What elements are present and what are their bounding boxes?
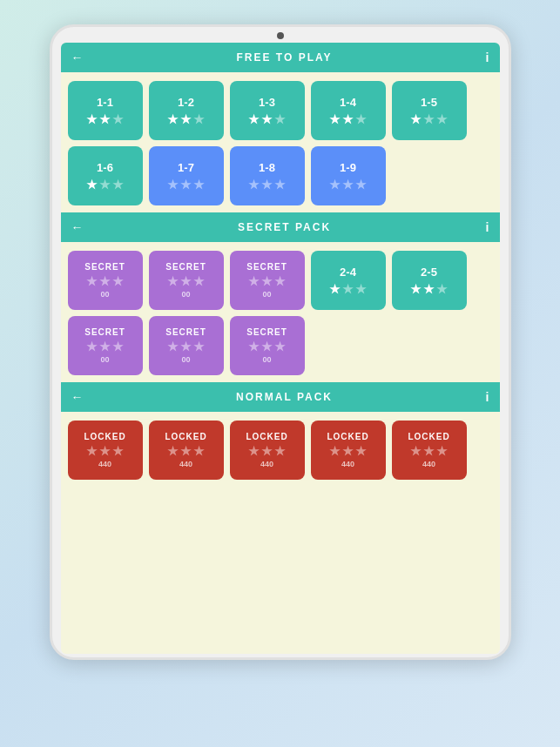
- section-title-normal-pack: NORMAL PACK: [84, 391, 486, 403]
- level-tile-free-to-play-0-0[interactable]: 1-1★★★: [68, 81, 143, 140]
- tile-label: SECRET: [246, 327, 287, 337]
- star-empty-icon: ★: [436, 112, 448, 126]
- tile-label: 1-9: [340, 161, 356, 174]
- tile-sublabel: 440: [179, 460, 192, 468]
- back-button-secret-pack[interactable]: ←: [71, 220, 84, 234]
- star-empty-icon: ★: [167, 178, 179, 192]
- tile-sublabel: 00: [262, 355, 271, 364]
- star-filled-icon: ★: [423, 282, 435, 296]
- back-button-normal-pack[interactable]: ←: [71, 390, 84, 404]
- section-free-to-play: ←FREE TO PLAYi1-1★★★1-2★★★1-3★★★1-4★★★1-…: [61, 43, 500, 212]
- tile-label: SECRET: [84, 262, 125, 272]
- tile-label: 1-3: [259, 96, 275, 109]
- tile-stars: ★★★: [329, 282, 367, 296]
- tile-label: LOCKED: [84, 432, 125, 441]
- level-tile-free-to-play-0-1[interactable]: 1-2★★★: [149, 81, 224, 140]
- info-button-normal-pack[interactable]: i: [486, 390, 489, 404]
- level-tile-free-to-play-0-3[interactable]: 1-4★★★: [311, 81, 386, 140]
- tile-stars: ★★★: [410, 444, 448, 458]
- star-empty-icon: ★: [274, 444, 286, 458]
- tablet-frame: ←FREE TO PLAYi1-1★★★1-2★★★1-3★★★1-4★★★1-…: [50, 24, 511, 660]
- level-tile-secret-pack-1-1[interactable]: SECRET★★★00: [149, 316, 224, 375]
- star-empty-icon: ★: [261, 444, 273, 458]
- star-filled-icon: ★: [410, 282, 422, 296]
- section-header-secret-pack: ←SECRET PACKi: [61, 212, 500, 242]
- star-empty-icon: ★: [112, 340, 124, 353]
- tile-label: 2-4: [340, 266, 356, 279]
- star-empty-icon: ★: [99, 178, 111, 192]
- star-filled-icon: ★: [167, 112, 179, 126]
- star-filled-icon: ★: [99, 112, 111, 126]
- level-tile-secret-pack-0-1[interactable]: SECRET★★★00: [149, 251, 224, 310]
- tile-label: LOCKED: [246, 432, 287, 441]
- level-tile-secret-pack-1-2[interactable]: SECRET★★★00: [230, 316, 305, 375]
- star-filled-icon: ★: [86, 112, 98, 126]
- tile-stars: ★★★: [329, 112, 367, 126]
- star-empty-icon: ★: [342, 178, 354, 192]
- star-filled-icon: ★: [86, 178, 98, 192]
- star-empty-icon: ★: [355, 112, 367, 126]
- level-grid-normal-pack-row-0: LOCKED★★★440LOCKED★★★440LOCKED★★★440LOCK…: [68, 421, 493, 480]
- star-empty-icon: ★: [274, 274, 286, 288]
- star-empty-icon: ★: [193, 178, 205, 192]
- star-empty-icon: ★: [355, 178, 367, 192]
- tile-stars: ★★★: [86, 444, 124, 458]
- star-empty-icon: ★: [180, 274, 192, 288]
- tile-sublabel: 00: [100, 355, 109, 364]
- level-tile-normal-pack-0-0[interactable]: LOCKED★★★440: [68, 421, 143, 480]
- tile-label: 1-6: [97, 161, 113, 174]
- tile-stars: ★★★: [167, 274, 205, 288]
- star-empty-icon: ★: [261, 340, 273, 353]
- back-button-free-to-play[interactable]: ←: [71, 50, 84, 64]
- level-tile-free-to-play-1-0[interactable]: 1-6★★★: [68, 146, 143, 205]
- star-empty-icon: ★: [342, 444, 354, 458]
- level-tile-secret-pack-1-0[interactable]: SECRET★★★00: [68, 316, 143, 375]
- tile-stars: ★★★: [167, 340, 205, 353]
- star-filled-icon: ★: [342, 112, 354, 126]
- tile-stars: ★★★: [248, 340, 286, 353]
- tile-stars: ★★★: [329, 178, 367, 192]
- tablet-camera: [277, 32, 284, 39]
- level-tile-secret-pack-0-4[interactable]: 2-5★★★: [392, 251, 467, 310]
- info-button-free-to-play[interactable]: i: [486, 50, 489, 64]
- level-tile-free-to-play-0-4[interactable]: 1-5★★★: [392, 81, 467, 140]
- star-empty-icon: ★: [248, 444, 260, 458]
- star-empty-icon: ★: [180, 340, 192, 353]
- star-empty-icon: ★: [180, 444, 192, 458]
- tile-stars: ★★★: [86, 178, 124, 192]
- level-tile-normal-pack-0-1[interactable]: LOCKED★★★440: [149, 421, 224, 480]
- star-filled-icon: ★: [180, 112, 192, 126]
- level-tile-normal-pack-0-3[interactable]: LOCKED★★★440: [311, 421, 386, 480]
- tile-stars: ★★★: [248, 112, 286, 126]
- section-secret-pack: ←SECRET PACKiSECRET★★★00SECRET★★★00SECRE…: [61, 212, 500, 382]
- level-tile-free-to-play-0-2[interactable]: 1-3★★★: [230, 81, 305, 140]
- tile-sublabel: 440: [422, 460, 435, 468]
- level-tile-free-to-play-1-3[interactable]: 1-9★★★: [311, 146, 386, 205]
- star-filled-icon: ★: [329, 282, 341, 296]
- tile-stars: ★★★: [167, 112, 205, 126]
- level-tile-secret-pack-0-2[interactable]: SECRET★★★00: [230, 251, 305, 310]
- level-tile-free-to-play-1-2[interactable]: 1-8★★★: [230, 146, 305, 205]
- star-empty-icon: ★: [193, 444, 205, 458]
- star-empty-icon: ★: [355, 444, 367, 458]
- star-empty-icon: ★: [193, 274, 205, 288]
- info-button-secret-pack[interactable]: i: [486, 220, 489, 234]
- tile-stars: ★★★: [86, 112, 124, 126]
- tablet-inner: ←FREE TO PLAYi1-1★★★1-2★★★1-3★★★1-4★★★1-…: [61, 43, 500, 654]
- level-tile-normal-pack-0-4[interactable]: LOCKED★★★440: [392, 421, 467, 480]
- level-grid-secret-pack-row-0: SECRET★★★00SECRET★★★00SECRET★★★002-4★★★2…: [68, 251, 493, 310]
- tile-label: SECRET: [165, 327, 206, 337]
- level-tile-normal-pack-0-2[interactable]: LOCKED★★★440: [230, 421, 305, 480]
- star-empty-icon: ★: [423, 112, 435, 126]
- star-empty-icon: ★: [112, 274, 124, 288]
- tile-stars: ★★★: [167, 444, 205, 458]
- star-empty-icon: ★: [112, 444, 124, 458]
- level-tile-secret-pack-0-3[interactable]: 2-4★★★: [311, 251, 386, 310]
- star-empty-icon: ★: [274, 112, 286, 126]
- section-header-normal-pack: ←NORMAL PACKi: [61, 382, 500, 412]
- level-tile-secret-pack-0-0[interactable]: SECRET★★★00: [68, 251, 143, 310]
- tile-stars: ★★★: [167, 178, 205, 192]
- level-tile-free-to-play-1-1[interactable]: 1-7★★★: [149, 146, 224, 205]
- tile-sublabel: 440: [98, 460, 111, 468]
- tile-label: LOCKED: [327, 432, 368, 441]
